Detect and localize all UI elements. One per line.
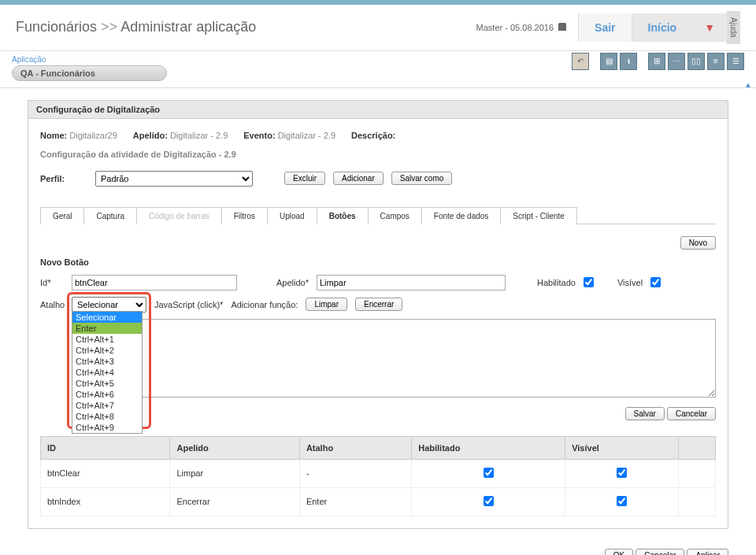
salvarcomo-button[interactable]: Salvar como [391, 172, 453, 185]
cancelar-footer-button[interactable]: Cancelar [636, 549, 684, 555]
table-header [678, 436, 715, 459]
dropdown-option[interactable]: Ctrl+Alt+2 [72, 345, 142, 356]
dropdown-option[interactable]: Ctrl+Alt+1 [72, 334, 142, 345]
novo-button[interactable]: Novo [680, 236, 716, 250]
dropdown-option[interactable]: Ctrl+Alt+5 [72, 378, 142, 389]
limpar-fn-button[interactable]: Limpar [306, 298, 347, 311]
dropdown-option[interactable]: Enter [72, 323, 142, 334]
tab-botões[interactable]: Botões [317, 207, 369, 224]
dropdown-option[interactable]: Ctrl+Alt+3 [72, 356, 142, 367]
id-input[interactable] [72, 275, 237, 290]
row-habilitado-checkbox[interactable] [484, 468, 494, 478]
app-selector[interactable]: QA - Funcionários [12, 65, 167, 81]
cell-visivel [565, 459, 679, 487]
cell-habilitado [412, 459, 565, 487]
id-label: Id* [40, 278, 64, 287]
perfil-select[interactable]: Padrão [95, 171, 253, 187]
adicionar-button[interactable]: Adicionar [333, 172, 384, 185]
expand-arrow-icon[interactable]: ▲ [744, 80, 752, 89]
tab-campos[interactable]: Campos [368, 207, 422, 224]
perfil-label: Perfil: [40, 174, 87, 183]
row-habilitado-checkbox[interactable] [484, 496, 494, 506]
cell-atalho: Enter [299, 487, 411, 516]
desc-label: Descrição: [351, 131, 395, 140]
cell-apelido: Limpar [170, 459, 299, 487]
tool-cols-icon[interactable]: ▯▯ [687, 53, 705, 70]
form-title: Novo Botão [40, 257, 716, 267]
tab-upload[interactable]: Upload [267, 207, 317, 224]
help-tab[interactable]: Ajuda [727, 11, 740, 44]
addfn-label: Adicionar função: [231, 300, 298, 309]
title-separator: >> [101, 19, 117, 35]
tool-list-icon[interactable]: ▤ [600, 53, 617, 70]
table-row[interactable]: btnIndex Encerrar Enter [41, 487, 716, 516]
undo-button[interactable]: ↶ [572, 53, 589, 70]
apelido-value: Digitalizar - 2.9 [170, 131, 228, 140]
tool-dash-icon[interactable]: ⋯ [668, 53, 685, 70]
aplicar-button[interactable]: Aplicar [687, 549, 728, 555]
tab-fonte-de-dados[interactable]: Fonte de dados [421, 207, 502, 224]
user-info: Master - 05.08.2016 [476, 23, 567, 32]
atalho-dropdown-list[interactable]: SelecionarEnterCtrl+Alt+1Ctrl+Alt+2Ctrl+… [72, 311, 143, 434]
cell-actions [678, 459, 715, 487]
tool-lines-icon[interactable]: ☰ [727, 53, 744, 70]
evento-label: Evento: [243, 131, 275, 140]
ok-button[interactable]: OK [605, 549, 633, 555]
logout-button[interactable]: Sair [578, 13, 631, 42]
user-icon [558, 23, 566, 31]
table-header: Habilitado [412, 436, 565, 459]
salvar-button[interactable]: Salvar [625, 407, 665, 420]
visivel-label: Visível [617, 278, 643, 287]
cell-apelido: Encerrar [170, 487, 299, 516]
cell-atalho: - [299, 459, 411, 487]
excluir-button[interactable]: Excluir [284, 172, 325, 185]
encerrar-fn-button[interactable]: Encerrar [355, 298, 402, 311]
tab-captura[interactable]: Captura [83, 207, 137, 224]
home-button[interactable]: Início [632, 13, 693, 42]
script-textarea[interactable]: FieldCo [72, 319, 716, 398]
evento-value: Digitalizar - 2.9 [278, 131, 335, 140]
cell-habilitado [412, 487, 565, 516]
row-visivel-checkbox[interactable] [617, 496, 627, 506]
subheader: Aplicação QA - Funcionários ↶ ▤ ⫮ ⊞ ⋯ ▯▯… [0, 51, 756, 88]
page-title: Funcionários >> Administrar aplicação [16, 19, 476, 35]
tab-script---cliente[interactable]: Script - Cliente [500, 207, 577, 224]
dropdown-option[interactable]: Ctrl+Alt+8 [72, 411, 142, 422]
section-header: Configuração de Digitalização [28, 100, 728, 119]
cell-id: btnClear [41, 459, 170, 487]
dropdown-option[interactable]: Ctrl+Alt+4 [72, 367, 142, 378]
nome-value: Digitalizar29 [69, 131, 117, 140]
cell-id: btnIndex [41, 487, 170, 516]
title-sub: Administrar aplicação [120, 19, 256, 35]
toolbar: ↶ ▤ ⫮ ⊞ ⋯ ▯▯ ≡ ☰ [572, 53, 744, 70]
app-label: Aplicação [12, 55, 167, 64]
cell-visivel [565, 487, 679, 516]
visivel-checkbox[interactable] [650, 277, 661, 287]
tool-rows-icon[interactable]: ≡ [707, 53, 724, 70]
apelido-field-label: Apelido* [276, 278, 309, 287]
atalho-label: Atalho [40, 300, 64, 309]
apelido-input[interactable] [317, 275, 506, 290]
table-header: ID [41, 436, 170, 459]
habilitado-checkbox[interactable] [584, 277, 594, 287]
row-visivel-checkbox[interactable] [617, 468, 627, 478]
tool-sliders-icon[interactable]: ⫮ [620, 53, 637, 70]
tab-geral[interactable]: Geral [40, 207, 84, 224]
table-header: Atalho [299, 436, 411, 459]
tab-filtros[interactable]: Filtros [221, 207, 268, 224]
table-row[interactable]: btnClear Limpar - [41, 459, 716, 487]
dropdown-option[interactable]: Selecionar [72, 312, 142, 323]
tab-código-de-barras[interactable]: Código de barras [136, 207, 222, 224]
tool-grid-icon[interactable]: ⊞ [648, 53, 665, 70]
buttons-table: IDApelidoAtalhoHabilitadoVisível btnClea… [40, 436, 716, 516]
title-main: Funcionários [16, 19, 97, 35]
cancelar-button[interactable]: Cancelar [667, 407, 716, 420]
dropdown-option[interactable]: Ctrl+Alt+7 [72, 400, 142, 411]
dropdown-option[interactable]: Ctrl+Alt+6 [72, 389, 142, 400]
config-subtitle: Configuração da atividade de Digitalizaç… [40, 150, 716, 159]
habilitado-label: Habilitado [537, 278, 576, 287]
nav-dropdown[interactable]: ▼ [692, 13, 727, 42]
table-header: Apelido [170, 436, 299, 459]
dropdown-option[interactable]: Ctrl+Alt+9 [72, 422, 142, 433]
atalho-select[interactable]: Selecionar [72, 297, 146, 313]
